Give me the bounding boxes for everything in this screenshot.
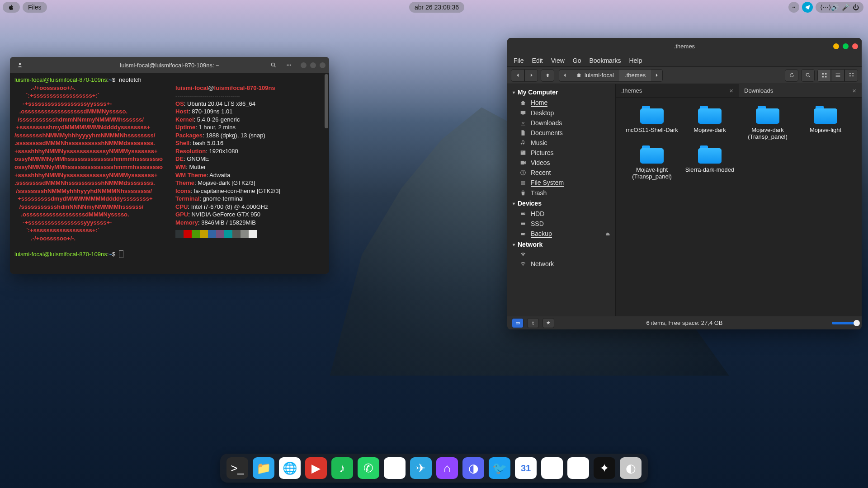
sidebar: My ComputerHomeDesktopDownloadsDocuments… bbox=[507, 84, 616, 316]
maximize-button[interactable] bbox=[843, 43, 849, 49]
close-button[interactable] bbox=[852, 43, 858, 49]
apple-menu[interactable] bbox=[3, 2, 20, 13]
system-tray[interactable]: ⟨⋯⟩ 🔊 🎤 ⏻ bbox=[816, 2, 863, 13]
dock-drive[interactable]: △ bbox=[567, 457, 589, 479]
refresh-button[interactable] bbox=[785, 69, 798, 82]
tab-close-icon[interactable]: × bbox=[852, 87, 856, 94]
toolbar-search-button[interactable] bbox=[801, 69, 815, 82]
sidebar-head[interactable]: Devices bbox=[507, 198, 615, 209]
sidebar-item-hdd[interactable]: HDD bbox=[507, 209, 615, 219]
volume-icon: 🔊 bbox=[831, 4, 837, 10]
dock-instagram[interactable]: ◉ bbox=[384, 457, 406, 479]
minimize-button[interactable] bbox=[301, 62, 307, 68]
tab-.themes[interactable]: .themes× bbox=[616, 84, 739, 97]
sidebar-head[interactable]: Network bbox=[507, 239, 615, 250]
sidebar-item-documents[interactable]: Documents bbox=[507, 128, 615, 138]
tray-telegram-icon[interactable] bbox=[802, 2, 813, 13]
menu-file[interactable]: File bbox=[514, 57, 524, 64]
neofetch-info: luismi-focal@luismifocal-870-109ns -----… bbox=[175, 84, 280, 243]
path-home[interactable]: luismi-focal bbox=[571, 70, 619, 81]
forward-button[interactable] bbox=[524, 69, 538, 82]
path-current[interactable]: .themes bbox=[619, 70, 651, 81]
sidebar-item-ssd[interactable]: SSD bbox=[507, 219, 615, 229]
scrollbar[interactable] bbox=[325, 74, 328, 128]
tree-toggle[interactable]: t bbox=[527, 318, 539, 328]
folder-item[interactable]: Mojave-light (Transp_panel) bbox=[624, 145, 680, 180]
zoom-slider[interactable] bbox=[832, 322, 857, 324]
sidebar-item-home[interactable]: Home bbox=[507, 98, 615, 108]
dock-photos[interactable]: ✦ bbox=[594, 457, 615, 479]
sidebar-item-desktop[interactable]: Desktop bbox=[507, 108, 615, 118]
sidebar-item-blank[interactable] bbox=[507, 250, 615, 259]
files-menu[interactable]: Files bbox=[23, 2, 47, 13]
folder-grid[interactable]: mcOS11-Shell-DarkMojave-darkMojave-dark … bbox=[616, 98, 862, 316]
back-button[interactable] bbox=[511, 69, 524, 82]
dock-telegram[interactable]: ✈ bbox=[410, 457, 432, 479]
path-arrow-left[interactable] bbox=[559, 70, 571, 81]
folder-icon bbox=[698, 145, 722, 164]
folder-label: Mojave-light bbox=[810, 127, 841, 133]
view-list-button[interactable] bbox=[831, 69, 844, 82]
tab-Downloads[interactable]: Downloads× bbox=[739, 84, 862, 97]
menu-go[interactable]: Go bbox=[573, 57, 581, 64]
dock-gmail[interactable]: ✉ bbox=[541, 457, 563, 479]
close-button[interactable] bbox=[320, 62, 326, 68]
sidebar-item-pictures[interactable]: Pictures bbox=[507, 148, 615, 158]
dock-files[interactable]: 📁 bbox=[253, 457, 274, 479]
sidebar-item-downloads[interactable]: Downloads bbox=[507, 118, 615, 128]
maximize-button[interactable] bbox=[310, 62, 316, 68]
path-bar[interactable]: luismi-focal .themes bbox=[559, 69, 663, 82]
view-compact-button[interactable] bbox=[844, 69, 858, 82]
terminal-user-button[interactable] bbox=[14, 59, 26, 71]
folder-item[interactable]: mcOS11-Shell-Dark bbox=[624, 106, 680, 140]
tab-close-icon[interactable]: × bbox=[729, 87, 733, 94]
dock-steam[interactable]: ◐ bbox=[620, 457, 642, 479]
tray-discord-icon[interactable] bbox=[788, 2, 799, 13]
sidebar-item-file system[interactable]: File System bbox=[507, 178, 615, 188]
eject-icon[interactable]: ⏏ bbox=[605, 231, 610, 237]
search-button[interactable] bbox=[267, 59, 280, 71]
svg-point-24 bbox=[522, 151, 523, 152]
fm-titlebar[interactable]: .themes bbox=[507, 38, 862, 54]
terminal-body[interactable]: luismi-focal@luismifocal-870-109ns:~$ ne… bbox=[10, 73, 329, 274]
menu-edit[interactable]: Edit bbox=[532, 57, 543, 64]
sidebar-item-music[interactable]: Music bbox=[507, 138, 615, 148]
dock-spotify[interactable]: ♪ bbox=[331, 457, 353, 479]
minimize-button[interactable] bbox=[833, 43, 839, 49]
menu-button[interactable] bbox=[283, 59, 295, 71]
folder-item[interactable]: Mojave-dark bbox=[682, 106, 738, 140]
sidebar-item-recent[interactable]: Recent bbox=[507, 168, 615, 178]
menu-view[interactable]: View bbox=[551, 57, 565, 64]
folder-item[interactable]: Sierra-dark-moded bbox=[682, 145, 738, 180]
dock-twitter[interactable]: 🐦 bbox=[489, 457, 510, 479]
folder-icon bbox=[640, 145, 664, 164]
places-toggle[interactable]: ▭ bbox=[512, 318, 524, 328]
dock-whatsapp[interactable]: ✆ bbox=[358, 457, 379, 479]
path-arrow-right[interactable] bbox=[651, 70, 662, 81]
up-button[interactable] bbox=[541, 69, 554, 82]
bookmarks-toggle[interactable]: ★ bbox=[542, 318, 554, 328]
dock-youtube[interactable]: ▶ bbox=[305, 457, 327, 479]
svg-rect-13 bbox=[835, 75, 840, 75]
view-icons-button[interactable] bbox=[817, 69, 831, 82]
svg-rect-21 bbox=[521, 111, 526, 114]
dock-terminal[interactable]: >_ bbox=[226, 457, 248, 479]
folder-icon bbox=[640, 106, 664, 124]
folder-item[interactable]: Mojave-dark (Transp_panel) bbox=[740, 106, 796, 140]
dock-discord[interactable]: ◑ bbox=[462, 457, 484, 479]
dock-chrome[interactable]: 🌐 bbox=[279, 457, 301, 479]
sidebar-item-videos[interactable]: Videos bbox=[507, 158, 615, 168]
file-manager-window: .themes FileEditViewGoBookmarksHelp luis… bbox=[507, 38, 862, 329]
sidebar-item-backup[interactable]: Backup⏏ bbox=[507, 229, 615, 239]
folder-item[interactable]: Mojave-light bbox=[797, 106, 854, 140]
terminal-titlebar[interactable]: luismi-focal@luismifocal-870-109ns: ~ bbox=[10, 57, 329, 73]
menu-help[interactable]: Help bbox=[629, 57, 642, 64]
menu-bookmarks[interactable]: Bookmarks bbox=[589, 57, 621, 64]
sidebar-head[interactable]: My Computer bbox=[507, 87, 615, 98]
dock-twitch[interactable]: ⌂ bbox=[436, 457, 458, 479]
folder-label: Mojave-light (Transp_panel) bbox=[624, 166, 680, 180]
sidebar-item-network[interactable]: Network bbox=[507, 259, 615, 269]
sidebar-item-trash[interactable]: Trash bbox=[507, 188, 615, 198]
dock-calendar[interactable]: 31 bbox=[515, 457, 537, 479]
svg-rect-19 bbox=[849, 77, 851, 77]
